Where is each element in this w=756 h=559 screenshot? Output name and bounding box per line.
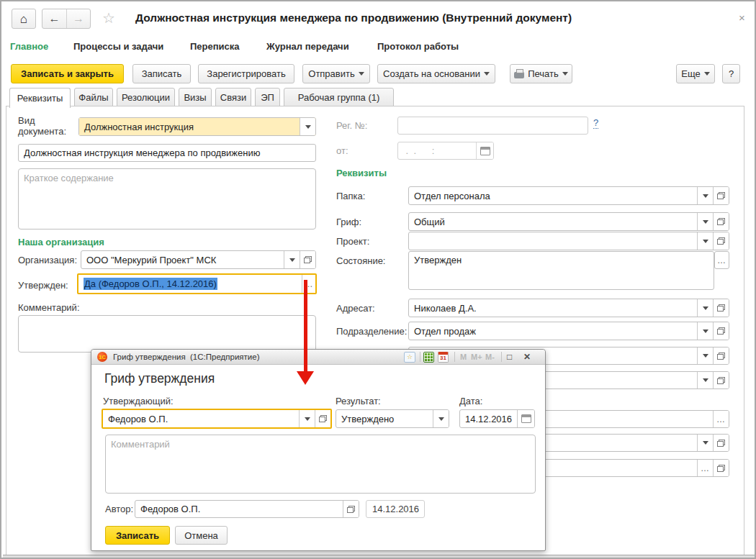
- author-open-button[interactable]: [343, 501, 359, 517]
- menu-item-processy[interactable]: Процессы и задачи: [73, 41, 163, 52]
- department-dropdown-button[interactable]: [697, 322, 713, 340]
- doc-type-label: Вид документа:: [18, 115, 76, 137]
- addressee-dropdown-button[interactable]: [697, 299, 713, 317]
- folder-open-button[interactable]: [713, 187, 729, 204]
- favorite-button[interactable]: ☆: [102, 9, 115, 27]
- addressee-combo[interactable]: Николаев Д.А.: [408, 299, 729, 317]
- tab-vizy[interactable]: Визы: [179, 88, 212, 106]
- stamp-dropdown-button[interactable]: [697, 213, 713, 230]
- chevron-down-icon: [703, 220, 708, 224]
- forward-icon: →: [73, 12, 84, 25]
- memory-minus-button[interactable]: M-: [485, 351, 495, 363]
- dialog-save-button[interactable]: Записать: [105, 526, 170, 545]
- hidden-combo-4-dropdown-button[interactable]: [697, 435, 713, 451]
- chevron-down-icon: [703, 194, 708, 198]
- addressee-label: Адресат:: [336, 303, 375, 314]
- memory-button[interactable]: M: [460, 351, 467, 363]
- menu-item-zhurnal[interactable]: Журнал передачи: [266, 41, 349, 52]
- tab-svyazi[interactable]: Связи: [215, 88, 251, 106]
- approver-combo[interactable]: Федоров О.П.: [102, 409, 332, 429]
- dialog-calculator-button[interactable]: [423, 351, 434, 363]
- page-title: Должностная инструкция менеджера по прод…: [135, 12, 572, 24]
- doc-type-dropdown-button[interactable]: [300, 118, 315, 135]
- dialog-titlebar[interactable]: 1С Гриф утверждения (1С:Предприятие) ☆ 3…: [91, 350, 545, 365]
- organization-open-button[interactable]: [300, 251, 315, 268]
- save-close-button[interactable]: Записать и закрыть: [11, 64, 124, 83]
- memory-plus-button[interactable]: M+: [471, 351, 482, 363]
- state-field[interactable]: Утвержден: [408, 251, 714, 290]
- register-button[interactable]: Зарегистрировать: [198, 64, 294, 83]
- project-combo[interactable]: [408, 232, 729, 250]
- print-button[interactable]: Печать: [510, 64, 572, 83]
- stamp-open-button[interactable]: [713, 213, 729, 230]
- back-icon: ←: [49, 12, 60, 25]
- author-field[interactable]: Федоров О.П.: [135, 500, 359, 518]
- tab-rezolucii[interactable]: Резолюции: [117, 88, 175, 106]
- home-button[interactable]: ⌂: [12, 9, 36, 29]
- hidden-combo-4-open-button[interactable]: [713, 435, 729, 451]
- tab-rabochaya-gruppa[interactable]: Рабочая группа (1): [284, 88, 394, 106]
- forward-button[interactable]: →: [66, 9, 90, 28]
- home-icon: ⌂: [20, 13, 27, 25]
- department-open-button[interactable]: [713, 322, 729, 340]
- approver-value: Федоров О.П.: [103, 410, 299, 427]
- approved-field[interactable]: Да (Федоров О.П., 14.12.2016) …: [77, 273, 317, 294]
- from-date-field[interactable]: . . :: [397, 142, 494, 160]
- department-combo[interactable]: Отдел продаж: [408, 322, 729, 340]
- dialog-cancel-button[interactable]: Отмена: [175, 526, 228, 545]
- send-button[interactable]: Отправить: [302, 64, 370, 83]
- state-label: Состояние:: [336, 255, 385, 266]
- menu-item-perepiska[interactable]: Переписка: [190, 41, 240, 52]
- doc-name-input[interactable]: [18, 144, 316, 162]
- date-label: Дата:: [459, 396, 482, 406]
- chevron-down-icon: [703, 330, 708, 333]
- reg-number-input[interactable]: [397, 117, 588, 135]
- hidden-field-3-dots-button[interactable]: …: [713, 411, 729, 427]
- approver-dropdown-button[interactable]: [299, 410, 315, 427]
- tab-rekvizity[interactable]: Реквизиты: [9, 88, 71, 108]
- menu-item-protokol[interactable]: Протокол работы: [377, 41, 459, 52]
- approver-open-button[interactable]: [315, 410, 330, 427]
- back-button[interactable]: ←: [42, 9, 66, 28]
- create-from-button[interactable]: Создать на основании: [377, 64, 495, 83]
- state-dots-button[interactable]: …: [714, 251, 729, 269]
- annotation-arrow-head: [297, 371, 314, 385]
- folder-value: Отдел персонала: [409, 187, 697, 204]
- more-button[interactable]: Еще: [676, 64, 715, 83]
- dialog-calendar-button[interactable]: 31: [438, 351, 449, 363]
- dialog-comment-textarea[interactable]: [105, 435, 536, 494]
- hidden-field-5-open-button[interactable]: [713, 460, 729, 476]
- hidden-combo-2-open-button[interactable]: [713, 372, 729, 388]
- tab-ep[interactable]: ЭП: [255, 88, 280, 106]
- hidden-field-5-dots-button[interactable]: …: [697, 460, 713, 476]
- from-date-calendar-button[interactable]: [476, 142, 493, 159]
- result-combo[interactable]: Утверждено: [336, 409, 449, 428]
- close-icon[interactable]: ×: [739, 12, 745, 24]
- tab-faily[interactable]: Файлы: [74, 88, 113, 106]
- hidden-combo-1-open-button[interactable]: [713, 347, 729, 364]
- project-dropdown-button[interactable]: [697, 232, 713, 250]
- organization-dropdown-button[interactable]: [284, 251, 300, 268]
- help-button[interactable]: ?: [722, 64, 740, 83]
- doc-type-combo[interactable]: Должностная инструкция: [78, 117, 316, 136]
- addressee-open-button[interactable]: [713, 299, 729, 317]
- dialog-close-button[interactable]: ✕: [523, 351, 531, 363]
- stamp-combo[interactable]: Общий: [408, 212, 729, 231]
- date-calendar-button[interactable]: [517, 410, 534, 427]
- save-button[interactable]: Записать: [132, 64, 191, 83]
- folder-combo[interactable]: Отдел персонала: [408, 186, 729, 205]
- help-label: ?: [729, 68, 734, 79]
- menu-item-glavnoe[interactable]: Главное: [10, 41, 48, 52]
- reg-help-link[interactable]: ?: [593, 117, 598, 129]
- result-dropdown-button[interactable]: [433, 410, 449, 427]
- hidden-combo-1-dropdown-button[interactable]: [697, 347, 713, 364]
- organization-combo[interactable]: ООО "Меркурий Проект" МСК: [81, 250, 316, 269]
- dialog-maximize-button[interactable]: □: [507, 351, 512, 363]
- summary-textarea[interactable]: [18, 168, 316, 229]
- date-field[interactable]: 14.12.2016: [459, 409, 535, 428]
- folder-dropdown-button[interactable]: [697, 187, 713, 204]
- hidden-combo-2-dropdown-button[interactable]: [697, 372, 713, 388]
- comment-textarea[interactable]: [18, 315, 316, 353]
- project-open-button[interactable]: [713, 232, 729, 250]
- dialog-favorite-button[interactable]: ☆: [404, 351, 415, 363]
